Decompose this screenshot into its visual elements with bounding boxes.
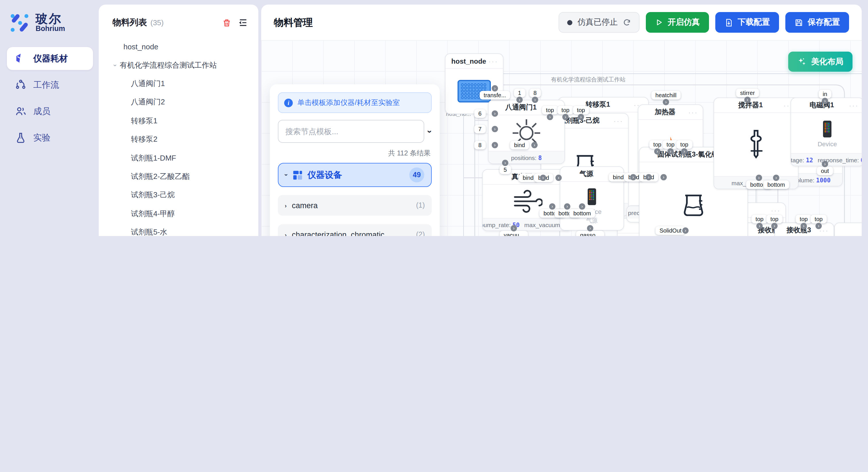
port-pill-bottom[interactable]: bottom [569,209,595,217]
port-pill-top[interactable]: top [542,106,558,114]
port-dot-icon[interactable]: › [801,223,807,229]
port-pill-heatchill[interactable]: heatchill [651,91,680,100]
port-dot-icon[interactable]: › [492,126,498,132]
sim-status-pill[interactable]: 仿真已停止 [559,12,640,33]
category-item-characterization_chromatic[interactable]: ›characterization_chromatic(2) [278,224,432,236]
port-pill-6[interactable]: 6 [474,109,485,118]
bohrium-logo-icon [9,12,30,33]
tree-item[interactable]: 试剂瓶5-水 [99,223,258,236]
port-pill-1[interactable]: 1 [514,89,525,97]
port-pill-top[interactable]: top [796,215,812,224]
port-dot-icon[interactable]: › [630,174,637,180]
port-dot-icon[interactable]: › [771,223,778,229]
node-menu-icon[interactable]: ··· [688,109,698,115]
port-pill-gasso[interactable]: gasso... [576,231,604,236]
delete-all-button[interactable] [222,18,231,27]
port-pill-7[interactable]: 7 [474,125,485,133]
tree-item-root[interactable]: host_node [99,37,258,56]
beautify-layout-button[interactable]: 美化布局 [788,52,852,72]
port-pill-SolidOut[interactable]: SolidOut [656,226,686,235]
tree-item-station[interactable]: ›有机化学流程综合测试工作站 [99,56,258,74]
port-pill-top[interactable]: top [557,106,574,114]
node-menu-icon[interactable]: ··· [771,207,781,214]
port-pill-bottom[interactable]: bottom [763,180,789,189]
tree-item[interactable]: 试剂瓶4-甲醇 [99,204,258,223]
port-dot-icon[interactable]: › [555,175,562,181]
sidebar-item-label: 成员 [33,106,51,117]
port-dot-icon[interactable]: › [578,114,584,120]
port-dot-icon[interactable]: › [815,223,822,229]
port-pill-top[interactable]: top [766,215,782,224]
panel-collapse-chevron-icon[interactable]: › [425,130,435,133]
port-dot-icon[interactable]: › [822,98,828,104]
tree-item[interactable]: 试剂瓶1-DMF [99,149,258,167]
port-dot-icon[interactable]: › [579,203,585,210]
port-dot-icon[interactable]: › [516,97,523,103]
canvas-node-搅拌器1[interactable]: 搅拌器1···max_speed: 2000 [714,98,799,189]
port-dot-icon[interactable]: › [756,223,763,229]
port-pill-vacuu[interactable]: vacuu... [500,231,528,236]
sidebar-item-1[interactable]: 仪器耗材 [7,47,93,70]
port-dot-icon[interactable]: › [510,225,517,231]
canvas-node[interactable]: ··· [834,223,862,236]
collapse-panel-button[interactable] [238,18,248,28]
node-menu-icon[interactable]: ··· [614,117,623,124]
port-pill-in[interactable]: in [818,90,831,98]
port-dot-icon[interactable]: › [663,99,669,105]
sidebar-item-3[interactable]: 成员 [7,100,93,123]
port-dot-icon[interactable]: › [668,148,674,155]
port-dot-icon[interactable]: › [822,161,828,167]
port-pill-top[interactable]: top [751,215,768,224]
search-input[interactable] [278,120,424,143]
node-menu-icon[interactable]: ··· [849,102,859,109]
category-item-camera[interactable]: ›camera(1) [278,195,432,216]
tree-item[interactable]: 八通阀门1 [99,74,258,93]
port-dot-icon[interactable]: › [502,160,508,166]
port-pill-8[interactable]: 8 [529,89,540,97]
port-dot-icon[interactable]: › [773,175,779,181]
port-pill-bind[interactable]: bind [510,141,529,149]
port-dot-icon[interactable]: › [540,175,546,181]
tree-item[interactable]: 八通阀门2 [99,93,258,111]
port-pill-top[interactable]: top [676,140,692,149]
canvas-node-电磁阀1[interactable]: 电磁阀1···Devicevoltage: 12response_time: 0… [790,98,862,166]
port-dot-icon[interactable]: › [564,203,570,210]
port-dot-icon[interactable]: › [654,148,660,155]
save-config-button[interactable]: 保存配置 [785,12,849,33]
port-pill-stirrer[interactable]: stirrer [736,89,758,97]
tree-item[interactable]: 试剂瓶2-乙酸乙酯 [99,167,258,186]
port-dot-icon[interactable]: › [682,227,689,234]
template-hint-text: 单击模板添加仪器/耗材至实验室 [298,98,400,107]
category-group-instruments[interactable]: › 仪器设备 49 [278,163,432,187]
tree-item[interactable]: 转移泵1 [99,111,258,130]
node-menu-icon[interactable]: ··· [489,58,498,65]
play-icon [655,19,663,26]
port-pill-top[interactable]: top [811,215,827,224]
tree-item[interactable]: 转移泵2 [99,130,258,149]
port-dot-icon[interactable]: › [492,85,498,92]
port-dot-icon[interactable]: › [549,203,555,210]
port-dot-icon[interactable]: › [492,110,498,117]
download-config-button[interactable]: 下载配置 [715,12,779,33]
sidebar-item-4[interactable]: 实验 [7,126,93,149]
port-dot-icon[interactable]: › [744,97,751,103]
tree-item[interactable]: 试剂瓶3-己烷 [99,186,258,204]
port-dot-icon[interactable]: › [660,174,667,180]
port-dot-icon[interactable]: › [646,174,652,180]
port-dot-icon[interactable]: › [531,142,538,148]
port-dot-icon[interactable]: › [562,114,569,120]
port-pill-transfe[interactable]: transfe... [479,91,510,100]
port-dot-icon[interactable]: › [756,175,762,181]
port-dot-icon[interactable]: › [492,142,498,148]
port-dot-icon[interactable]: › [587,225,593,231]
port-dot-icon[interactable]: › [532,97,538,103]
sidebar-item-2[interactable]: 工作流 [7,73,93,96]
port-dot-icon[interactable]: › [547,114,553,120]
graph-canvas[interactable]: 有机化学流程综合测试工作站 host_no... host_node···转移泵… [261,40,862,236]
port-dot-icon[interactable]: › [681,148,687,155]
port-pill-5[interactable]: 5 [499,165,510,174]
port-pill-8[interactable]: 8 [474,141,485,149]
port-pill-top[interactable]: top [573,106,589,114]
start-sim-button[interactable]: 开启仿真 [646,12,709,33]
port-pill-out[interactable]: out [817,167,833,175]
